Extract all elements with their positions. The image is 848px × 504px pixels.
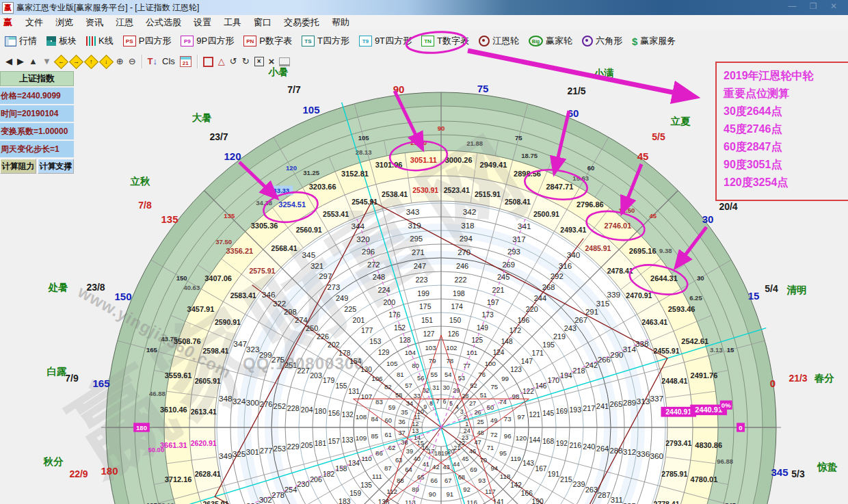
toolbar-label: 江恩轮	[492, 35, 519, 47]
toolbar-label: 六角形	[596, 35, 622, 47]
price-axis-icon[interactable]: T↓	[148, 55, 157, 68]
menu-item-8[interactable]: 交易委托	[278, 16, 326, 29]
toolbar-label: P数字表	[259, 35, 292, 47]
tool-group-0: ◀▶▲▼←→↑↓⊕⊖	[0, 55, 142, 68]
info-row-1: 时间=20190104	[0, 105, 74, 122]
cls-button[interactable]: Cls	[162, 55, 175, 68]
menu-logo-icon: 赢	[3, 16, 12, 29]
toolbar-label: 行情	[19, 35, 37, 47]
badge-icon-TN: TN	[421, 36, 434, 47]
annotation-line-0: 2019年江恩轮中轮	[724, 67, 848, 85]
menu-item-9[interactable]: 帮助	[326, 16, 356, 29]
toolbar-button-P四方形[interactable]: PSP四方形	[118, 32, 176, 50]
center-x-icon[interactable]: ×	[269, 55, 275, 68]
box-x-icon[interactable]: ×	[254, 57, 264, 66]
toolbar-label: 9T四方形	[375, 35, 412, 47]
toolbar-button-江恩轮[interactable]: 江恩轮	[474, 32, 524, 50]
toolbar-button-行情[interactable]: 行情	[0, 32, 42, 50]
blocks-icon	[47, 36, 56, 46]
badge-icon-T9: T9	[359, 36, 372, 47]
triangle-icon[interactable]: △	[218, 55, 225, 68]
arrow-down-icon[interactable]: ▼	[42, 55, 51, 68]
window-buttons[interactable]: — ❐ ✕	[789, 1, 843, 11]
menu-item-6[interactable]: 工具	[217, 16, 248, 29]
diamond-right-icon[interactable]: →	[69, 54, 83, 68]
toolbar-button-T四方形[interactable]: TST四方形	[297, 32, 354, 50]
annotation-line-3: 45度2746点	[724, 120, 848, 138]
badge-icon-PS: PS	[123, 36, 136, 47]
toolbar-label: P四方形	[139, 35, 172, 47]
badge-icon-PN: PN	[243, 36, 256, 47]
big-wheel-icon: Big	[529, 36, 543, 47]
toolbar-button-9P四方形[interactable]: P99P四方形	[176, 32, 239, 50]
app-window: { "window": { "title": "赢家江恩专业版[赢家服务平台] …	[0, 0, 848, 504]
menu-bar: 赢 文件浏览资讯江恩公式选股设置工具窗口交易委托帮助	[0, 15, 848, 31]
arrow-right-icon[interactable]: ▶	[17, 55, 24, 68]
toolbar-button-T数字表[interactable]: TNT数字表	[416, 32, 474, 50]
diamond-left-icon[interactable]: ←	[54, 54, 68, 68]
diamond-right-glyph: →	[73, 59, 79, 65]
info-row-0: 价格=2440.9099	[0, 88, 74, 104]
annotation-line-6: 120度3254点	[724, 174, 848, 191]
toolbar-label: 赢家服务	[640, 35, 676, 47]
toolbar-button-赢家服务[interactable]: $赢家服务	[627, 32, 680, 50]
target-icon	[479, 36, 490, 47]
target-icon	[582, 36, 593, 47]
menu-item-0[interactable]: 文件	[19, 16, 49, 29]
arrow-left-icon[interactable]: ◀	[5, 55, 12, 68]
title-bar: 赢 赢家江恩专业版[赢家服务平台] - [上证指数 江恩轮] — ❐ ✕	[0, 0, 848, 16]
diamond-down-glyph: ↓	[105, 59, 108, 65]
info-row-2: 变换系数=1.00000	[0, 123, 74, 140]
toolbar-label: K线	[98, 35, 114, 47]
badge-icon-P9: P9	[181, 36, 194, 47]
zoom-out-icon[interactable]: ⊖	[129, 55, 136, 68]
diamond-left-glyph: ←	[58, 59, 64, 65]
rotate-cw-icon[interactable]: ↻	[242, 55, 250, 68]
app-icon: 赢	[2, 2, 14, 14]
projector-icon[interactable]	[279, 57, 290, 66]
rotate-ccw-icon[interactable]: ↺	[230, 55, 237, 68]
diamond-up-icon[interactable]: ↑	[84, 54, 98, 68]
square-tool-icon[interactable]	[203, 57, 213, 67]
menu-item-7[interactable]: 窗口	[248, 16, 278, 29]
button-计算支撑[interactable]: 计算支撑	[38, 159, 74, 174]
menu-item-4[interactable]: 公式选股	[140, 16, 187, 29]
diamond-up-glyph: ↑	[90, 59, 93, 65]
toolbar-label: T四方形	[317, 35, 349, 47]
toolbar-button-9T四方形[interactable]: T99T四方形	[354, 32, 416, 50]
info-rows: 价格=2440.9099时间=20190104变换系数=1.00000周天变化步…	[0, 88, 74, 157]
annotation-line-5: 90度3051点	[724, 156, 848, 174]
menu-item-5[interactable]: 设置	[187, 16, 217, 29]
badge-icon-TS: TS	[302, 36, 315, 47]
toolbar-button-K线[interactable]: K线	[81, 32, 118, 50]
annotation-box: 2019年江恩轮中轮重要点位测算30度2644点45度2746点60度2847点…	[715, 62, 848, 201]
quotes-grid-icon	[5, 36, 16, 47]
calendar-icon[interactable]: 21	[180, 56, 191, 67]
kline-icon	[86, 36, 96, 46]
menu-item-1[interactable]: 浏览	[49, 16, 79, 29]
symbol-title: 上证指数	[0, 71, 74, 86]
toolbar-button-赢家轮[interactable]: Big赢家轮	[524, 32, 577, 50]
zoom-in-icon[interactable]: ⊕	[116, 55, 124, 68]
toolbar-main: 行情板块K线PSP四方形P99P四方形PNP数字表TST四方形T99T四方形TN…	[0, 30, 848, 53]
toolbar-label: T数字表	[437, 35, 469, 47]
diamond-down-icon[interactable]: ↓	[99, 54, 114, 68]
annotation-line-1: 重要点位测算	[724, 85, 848, 103]
info-panel: 上证指数 价格=2440.9099时间=20190104变换系数=1.00000…	[0, 71, 74, 174]
annotation-line-4: 60度2847点	[724, 138, 848, 156]
toolbar-button-P数字表[interactable]: PNP数字表	[239, 32, 297, 50]
window-title: 赢家江恩专业版[赢家服务平台] - [上证指数 江恩轮]	[16, 2, 199, 14]
tool-group-1: T↓Cls21	[142, 55, 197, 68]
toolbar-button-六角形[interactable]: 六角形	[577, 32, 627, 50]
menu-item-2[interactable]: 资讯	[79, 16, 109, 29]
toolbar-label: 赢家轮	[546, 35, 572, 47]
button-计算阻力[interactable]: 计算阻力	[0, 159, 36, 174]
arrow-up-icon[interactable]: ▲	[29, 55, 38, 68]
info-row-3: 周天变化步长=1	[0, 141, 74, 157]
dollar-icon: $	[632, 36, 637, 47]
menu-item-3[interactable]: 江恩	[109, 16, 140, 29]
toolbar-label: 板块	[59, 35, 77, 47]
annotation-line-2: 30度2644点	[724, 103, 848, 120]
toolbar-button-板块[interactable]: 板块	[42, 32, 81, 50]
tool-group-2: △↺↻××	[198, 55, 296, 68]
